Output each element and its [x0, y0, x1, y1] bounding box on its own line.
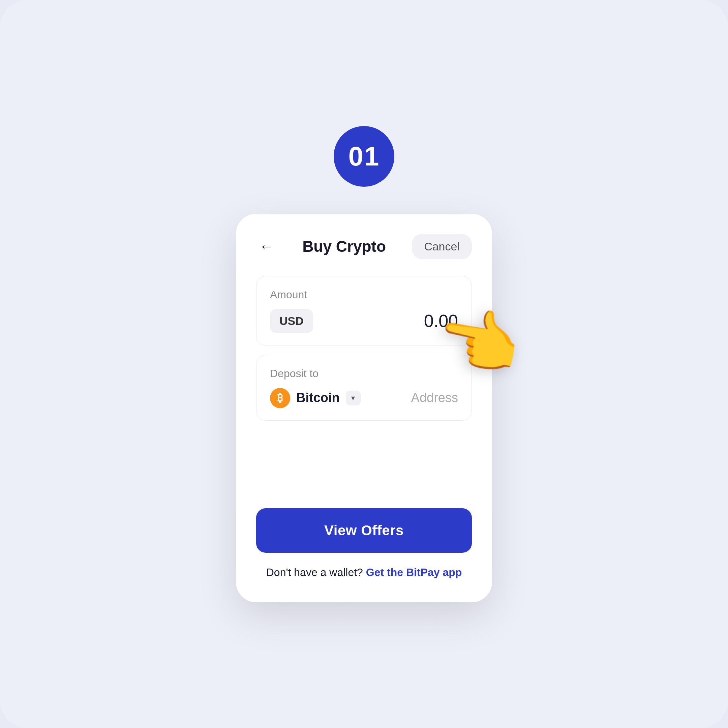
- bitpay-link[interactable]: Get the BitPay app: [366, 566, 462, 578]
- deposit-label: Deposit to: [270, 367, 458, 380]
- hand-illustration: 👉: [452, 308, 573, 409]
- wallet-text-prefix: Don't have a wallet?: [266, 566, 363, 578]
- crypto-selector[interactable]: ₿ Bitcoin ▾: [270, 388, 361, 408]
- cancel-button[interactable]: Cancel: [412, 234, 472, 259]
- deposit-row: ₿ Bitcoin ▾ Address: [270, 388, 458, 408]
- amount-row: USD 0.00: [270, 309, 458, 333]
- currency-selector[interactable]: USD: [270, 309, 313, 333]
- address-label[interactable]: Address: [411, 391, 458, 405]
- phone-header: ← Buy Crypto Cancel: [256, 234, 472, 259]
- page-background: 01 ← Buy Crypto Cancel Amount USD 0.00: [0, 0, 728, 728]
- step-badge: 01: [334, 126, 394, 187]
- back-button[interactable]: ←: [256, 236, 276, 257]
- spacer: [256, 441, 472, 508]
- back-arrow-icon: ←: [259, 239, 273, 254]
- amount-label: Amount: [270, 289, 458, 301]
- bitcoin-icon: ₿: [270, 388, 290, 408]
- chevron-down-icon: ▾: [346, 391, 361, 405]
- wallet-footer: Don't have a wallet? Get the BitPay app: [256, 566, 472, 579]
- crypto-name: Bitcoin: [296, 391, 340, 405]
- view-offers-button[interactable]: View Offers: [256, 508, 472, 553]
- pointing-hand-emoji: 👉: [433, 301, 528, 382]
- page-title: Buy Crypto: [302, 237, 386, 255]
- hand-body: 👉: [452, 308, 573, 409]
- step-number: 01: [349, 141, 380, 172]
- phone-container: ← Buy Crypto Cancel Amount USD 0.00 Depo…: [236, 214, 492, 602]
